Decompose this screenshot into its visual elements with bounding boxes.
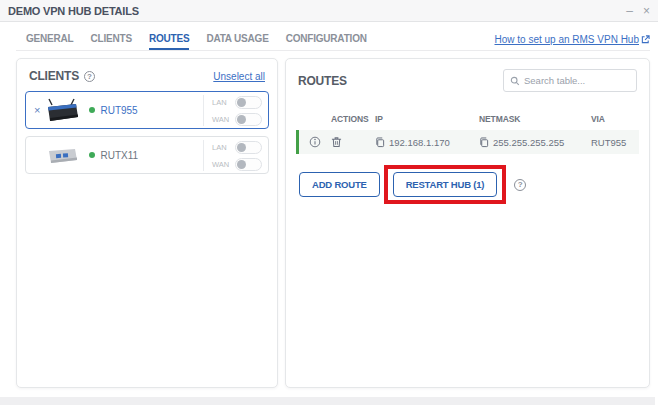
client-card-rutx11[interactable]: × RUTX11 LAN WAN <box>25 136 269 174</box>
client-toggles: LAN WAN <box>203 140 262 171</box>
clients-panel: CLIENTS ? Unselect all × RUT955 LAN WAN <box>16 58 278 388</box>
wan-toggle[interactable] <box>235 113 262 126</box>
restart-hub-button[interactable]: RESTART HUB (1) <box>393 172 498 197</box>
remove-client-icon[interactable]: × <box>34 105 40 116</box>
col-ip: IP <box>375 114 479 124</box>
wan-label: WAN <box>212 115 230 124</box>
col-actions: ACTIONS <box>331 114 375 124</box>
unselect-all-link[interactable]: Unselect all <box>213 71 265 82</box>
wan-toggle-row: WAN <box>212 158 262 171</box>
lan-toggle-row: LAN <box>212 141 262 154</box>
help-link-text[interactable]: How to set up an RMS VPN Hub <box>494 34 639 45</box>
wan-toggle-row: WAN <box>212 113 262 126</box>
routes-panel-header: ROUTES <box>286 59 649 100</box>
dialog-titlebar: DEMO VPN HUB DETAILS – × <box>0 0 658 22</box>
route-netmask: 255.255.255.255 <box>493 137 564 148</box>
clients-panel-header: CLIENTS ? Unselect all <box>17 59 277 91</box>
external-link-icon <box>641 35 650 44</box>
client-name[interactable]: RUTX11 <box>100 150 138 161</box>
close-icon[interactable]: × <box>643 5 650 17</box>
route-table-row[interactable]: 192.168.1.170 255.255.255.255 RUT955 <box>296 130 639 154</box>
restart-help-icon[interactable]: ? <box>514 179 526 191</box>
window-controls: – × <box>626 5 650 17</box>
lan-toggle[interactable] <box>235 141 262 154</box>
copy-ip-icon[interactable] <box>375 137 385 148</box>
annotation-highlight-box: RESTART HUB (1) <box>384 165 507 204</box>
row-ip-cell: 192.168.1.170 <box>375 137 479 148</box>
routes-title: ROUTES <box>298 74 347 88</box>
tab-general[interactable]: GENERAL <box>26 33 74 50</box>
tab-clients[interactable]: CLIENTS <box>91 33 132 50</box>
rutx11-device-image <box>44 142 80 168</box>
col-via: VIA <box>591 114 639 124</box>
tab-bar: GENERAL CLIENTS ROUTES DATA USAGE CONFIG… <box>16 30 650 51</box>
lan-toggle[interactable] <box>235 96 262 109</box>
help-link[interactable]: How to set up an RMS VPN Hub <box>494 34 650 50</box>
info-icon[interactable] <box>309 136 321 148</box>
wan-label: WAN <box>212 160 230 169</box>
row-netmask-cell: 255.255.255.255 <box>479 137 591 148</box>
minimize-icon[interactable]: – <box>626 5 633 17</box>
tab-configuration[interactable]: CONFIGURATION <box>286 33 367 50</box>
wan-toggle[interactable] <box>235 158 262 171</box>
route-via: RUT955 <box>591 137 626 148</box>
copy-netmask-icon[interactable] <box>479 137 489 148</box>
client-name[interactable]: RUT955 <box>100 105 137 116</box>
row-via-cell: RUT955 <box>591 137 639 148</box>
delete-route-icon[interactable] <box>331 136 342 148</box>
row-actions-cell <box>331 136 375 148</box>
search-input[interactable] <box>524 75 630 86</box>
routes-buttons-row: ADD ROUTE RESTART HUB (1) ? <box>299 165 639 204</box>
footer-bar <box>0 397 655 405</box>
status-dot-online <box>89 107 95 113</box>
tab-data-usage[interactable]: DATA USAGE <box>206 33 268 50</box>
lan-label: LAN <box>212 143 230 152</box>
lan-label: LAN <box>212 98 230 107</box>
dialog-title: DEMO VPN HUB DETAILS <box>8 5 139 17</box>
routes-panel: ROUTES ACTIONS IP NETMASK VIA 192.168.1.… <box>285 58 650 388</box>
lan-toggle-row: LAN <box>212 96 262 109</box>
routes-table-header: ACTIONS IP NETMASK VIA <box>299 110 639 128</box>
search-icon <box>510 76 520 86</box>
rut955-device-image <box>44 97 80 123</box>
clients-title: CLIENTS <box>29 69 79 83</box>
client-card-rut955[interactable]: × RUT955 LAN WAN <box>25 91 269 129</box>
route-ip: 192.168.1.170 <box>389 137 450 148</box>
table-search[interactable] <box>503 69 637 92</box>
client-toggles: LAN WAN <box>203 95 262 126</box>
add-route-button[interactable]: ADD ROUTE <box>299 172 380 197</box>
clients-help-icon[interactable]: ? <box>84 71 95 82</box>
col-netmask: NETMASK <box>479 114 591 124</box>
tab-routes[interactable]: ROUTES <box>149 33 189 50</box>
row-info-cell <box>299 136 331 148</box>
status-dot-online <box>89 152 95 158</box>
